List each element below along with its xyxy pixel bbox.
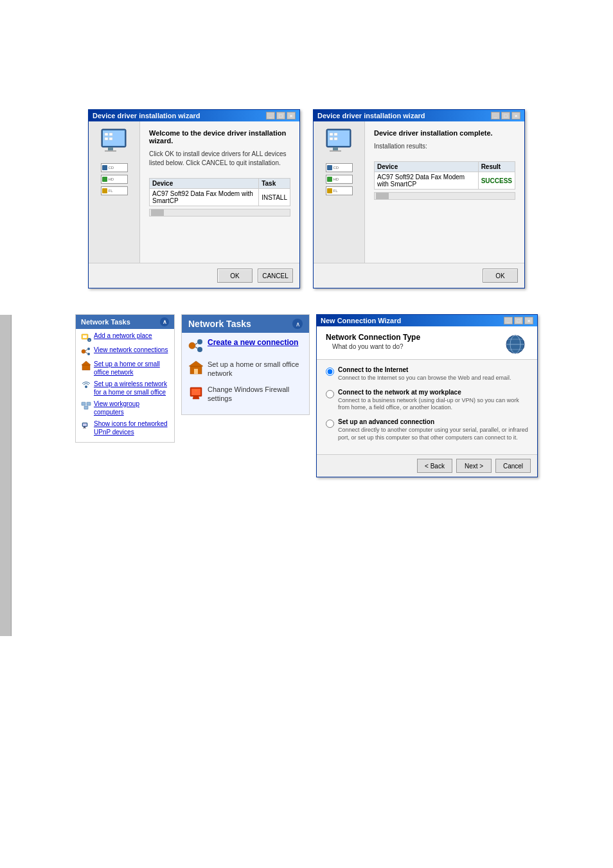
ncw-radio-advanced[interactable] xyxy=(326,420,334,428)
create-connection-icon xyxy=(188,338,204,353)
svg-rect-10 xyxy=(333,147,338,150)
nt-item-show-icons[interactable]: Show icons for networked UPnP devices xyxy=(81,420,169,436)
ncw-minimize-btn[interactable]: _ xyxy=(504,317,513,324)
nt-link-view-connections[interactable]: View network connections xyxy=(94,346,168,354)
close-btn-1[interactable]: × xyxy=(287,112,296,120)
nt-link-workgroup[interactable]: View workgroup computers xyxy=(94,400,169,416)
nt-item-setup-home[interactable]: Set up a home or small office network xyxy=(81,360,169,376)
ncw-footer: < Back Next > Cancel xyxy=(317,454,537,477)
svg-rect-14 xyxy=(330,137,333,140)
nt-small-content: + Add a network place View network conne… xyxy=(76,329,174,442)
setup-wireless-icon xyxy=(81,380,91,391)
ncw-radio-internet[interactable] xyxy=(326,368,334,376)
svg-rect-7 xyxy=(109,137,112,140)
icon-card-4: CD xyxy=(326,163,353,172)
ncw-titlebar-controls: _ □ × xyxy=(504,317,533,324)
wizard-dialog-2: Device driver installation wizard _ □ × xyxy=(313,109,525,288)
nt-large-item-create[interactable]: Create a new connection xyxy=(188,338,303,353)
svg-rect-44 xyxy=(191,389,200,395)
wizard-2-right-panel: Device driver installation complete. Ins… xyxy=(365,121,524,263)
maximize-btn-2[interactable]: □ xyxy=(501,112,510,120)
nt-large-chevron[interactable]: ∧ xyxy=(292,319,303,329)
nt-small-header: Network Tasks ∧ xyxy=(76,315,174,329)
wizard-1-welcome: Welcome to the device driver installatio… xyxy=(149,129,290,145)
ncw-option-advanced-desc: Connect directly to another computer usi… xyxy=(338,427,528,441)
col-device-2: Device xyxy=(375,162,479,172)
nt-item-workgroup[interactable]: View workgroup computers xyxy=(81,400,169,416)
nt-small-title: Network Tasks xyxy=(81,318,130,326)
ncw-option-workplace-desc: Connect to a business network (using dia… xyxy=(338,397,528,412)
nt-large-text-firewall: Change Windows Firewall settings xyxy=(208,385,303,403)
nt-large-item-home: Set up a home or small office network xyxy=(188,360,303,378)
titlebar-controls-1: _ □ × xyxy=(266,112,296,120)
ncw-body: Network Connection Type What do you want… xyxy=(317,326,537,454)
svg-marker-41 xyxy=(189,361,203,366)
view-network-connections-icon xyxy=(81,346,91,357)
ncw-option-advanced-content: Set up an advanced connection Connect di… xyxy=(338,418,528,441)
wizard-2-icon-stack: CD HD FL xyxy=(326,163,353,195)
ncw-next-btn[interactable]: Next > xyxy=(456,459,492,473)
svg-rect-34 xyxy=(83,428,86,429)
ncw-cancel-btn[interactable]: Cancel xyxy=(495,459,531,473)
nt-link-show-icons[interactable]: Show icons for networked UPnP devices xyxy=(94,420,169,436)
wizard-2-complete: Device driver installation complete. xyxy=(374,129,515,137)
ncw-header-section: Network Connection Type What do you want… xyxy=(317,326,537,360)
ncw-section-subtitle: What do you want to do? xyxy=(332,343,420,350)
wizard-2-titlebar: Device driver installation wizard _ □ × xyxy=(314,110,524,121)
scrollbar-thumb-2[interactable] xyxy=(376,193,389,199)
ncw-title: New Connection Wizard xyxy=(321,317,401,324)
nt-item-setup-wireless[interactable]: Set up a wireless network for a home or … xyxy=(81,380,169,396)
wizard-2-ok-btn[interactable]: OK xyxy=(483,269,518,283)
wizard-1-scrollbar[interactable] xyxy=(149,209,290,217)
svg-line-23 xyxy=(85,350,87,351)
nt-link-setup-home[interactable]: Set up a home or small office network xyxy=(94,360,169,376)
ncw-close-btn[interactable]: × xyxy=(524,317,533,324)
add-network-place-icon: + xyxy=(81,332,91,342)
svg-point-35 xyxy=(189,342,195,349)
top-section: Device driver installation wizard _ □ × xyxy=(0,109,613,288)
close-btn-2[interactable]: × xyxy=(511,112,520,120)
svg-rect-4 xyxy=(105,133,108,136)
icon-card-3: FL xyxy=(101,186,128,195)
wizard-2-title: Device driver installation wizard xyxy=(317,112,425,120)
nt-link-add-network-place[interactable]: Add a network place xyxy=(94,332,152,340)
ncw-option-internet[interactable]: Connect to the Internet Connect to the I… xyxy=(326,366,528,382)
ncw-radio-workplace[interactable] xyxy=(326,390,334,398)
nt-item-add-network-place[interactable]: + Add a network place xyxy=(81,332,169,342)
wizard-dialog-1: Device driver installation wizard _ □ × xyxy=(88,109,300,288)
wizard-1-cancel-btn[interactable]: CANCEL xyxy=(258,269,293,283)
table-row-1: AC97 Soft92 Data Fax Modem with SmartCP … xyxy=(150,189,290,206)
wizard-2-footer: OK xyxy=(314,263,524,288)
nt-item-view-connections[interactable]: View network connections xyxy=(81,346,169,357)
svg-rect-30 xyxy=(84,406,88,409)
maximize-btn-1[interactable]: □ xyxy=(276,112,285,120)
nt-small-chevron[interactable]: ∧ xyxy=(160,317,169,326)
svg-rect-15 xyxy=(334,137,337,140)
ncw-option-advanced-label: Set up an advanced connection xyxy=(338,418,528,425)
svg-rect-28 xyxy=(82,402,85,405)
scrollbar-thumb-1[interactable] xyxy=(151,209,164,216)
ncw-option-workplace-label: Connect to the network at my workplace xyxy=(338,389,528,396)
svg-rect-13 xyxy=(334,133,337,136)
ncw-maximize-btn[interactable]: □ xyxy=(514,317,523,324)
minimize-btn-2[interactable]: _ xyxy=(491,112,500,120)
minimize-btn-1[interactable]: _ xyxy=(266,112,275,120)
device-result-2: SUCCESS xyxy=(478,172,515,190)
ncw-option-workplace[interactable]: Connect to the network at my workplace C… xyxy=(326,389,528,412)
nt-large-link-create[interactable]: Create a new connection xyxy=(208,338,298,348)
ncw-back-btn[interactable]: < Back xyxy=(417,459,452,473)
wizard-1-footer: OK CANCEL xyxy=(89,263,299,288)
setup-home-office-icon xyxy=(81,360,91,371)
device-name-1: AC97 Soft92 Data Fax Modem with SmartCP xyxy=(150,189,259,206)
nt-link-setup-wireless[interactable]: Set up a wireless network for a home or … xyxy=(94,380,169,396)
ncw-options: Connect to the Internet Connect to the I… xyxy=(317,360,537,454)
wizard-2-scrollbar[interactable] xyxy=(374,192,515,200)
ncw-option-advanced[interactable]: Set up an advanced connection Connect di… xyxy=(326,418,528,441)
wizard-1-ok-btn[interactable]: OK xyxy=(217,269,253,283)
table-row-2: AC97 Soft92 Data Fax Modem with SmartCP … xyxy=(375,172,515,190)
wizard-2-body: CD HD FL Device driver installation comp… xyxy=(314,121,524,263)
wizard-1-left-panel: CD HD FL xyxy=(89,121,140,263)
device-task-1: INSTALL xyxy=(259,189,290,206)
nt-large-header: Network Tasks ∧ xyxy=(182,315,309,333)
nt-large-content: Create a new connection Set up a home or… xyxy=(182,333,309,414)
